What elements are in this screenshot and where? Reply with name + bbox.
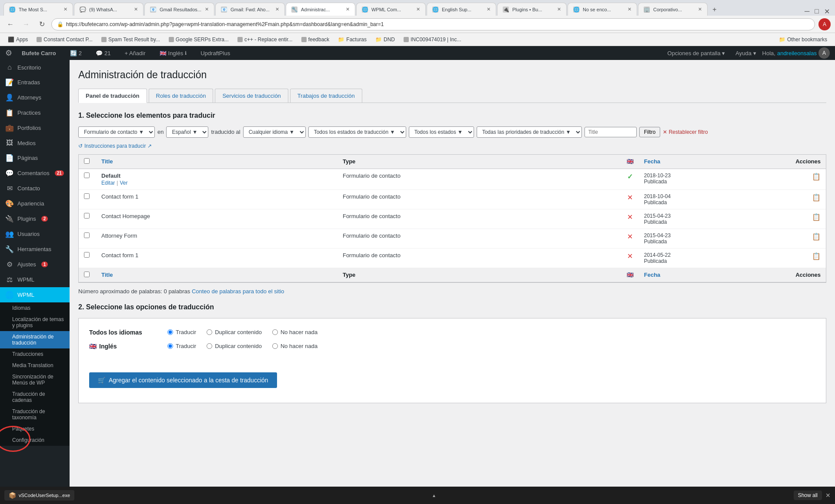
tab-close-icon[interactable]: ✕ — [205, 7, 209, 12]
row-select-checkbox[interactable] — [84, 252, 90, 258]
title-filter-input[interactable] — [584, 127, 637, 137]
footer-select-all-checkbox[interactable] — [84, 272, 90, 277]
duplicate-radio-all[interactable]: Duplicar contenido — [207, 329, 262, 335]
sidebar-item-attorneys[interactable]: 👤 Attorneys — [0, 90, 70, 105]
select-all-checkbox[interactable] — [84, 158, 90, 164]
bookmark-cpp[interactable]: c++ - Replace entir... — [234, 36, 296, 43]
browser-tab[interactable]: 🌐 No se enco... ✕ — [568, 3, 637, 16]
word-count-link[interactable]: Conteo de palabras para todo el sitio — [192, 288, 284, 295]
new-tab-button[interactable]: + — [708, 3, 721, 16]
bookmark-apps[interactable]: ⬛ Apps — [4, 36, 31, 43]
sidebar-item-traduccion-taxonomia[interactable]: Traducción de taxonomía — [0, 406, 70, 423]
browser-tab[interactable]: 🌐 The Most S... ✕ — [3, 3, 73, 16]
browser-tab[interactable]: 🔌 Plugins • Bu... ✕ — [497, 3, 567, 16]
sidebar-item-medios[interactable]: 🖼 Medios — [0, 136, 70, 150]
sidebar-item-portfolios[interactable]: 💼 Portfolios — [0, 120, 70, 136]
sidebar-item-idiomas[interactable]: Idiomas — [0, 302, 70, 314]
reset-filter-button[interactable]: ✕ Restablecer filtro — [663, 129, 708, 135]
sidebar-item-herramientas[interactable]: 🔧 Herramientas — [0, 242, 70, 257]
tab-close-icon[interactable]: ✕ — [134, 7, 138, 12]
tab-servicios-traduccion[interactable]: Servicios de traducción — [215, 89, 288, 103]
sidebar-item-sincronizacion[interactable]: Sincronización de Menús de WP — [0, 371, 70, 388]
col-title-header[interactable]: Title — [96, 155, 337, 169]
translate-radio-input-ingles[interactable] — [167, 343, 173, 349]
browser-tab[interactable]: 💬 (9) WhatsA... ✕ — [74, 3, 144, 16]
sidebar-item-practices[interactable]: 📋 Practices — [0, 105, 70, 120]
sidebar-item-lawyer-base[interactable]: ⚖ WPML — [0, 272, 70, 287]
tab-close-icon[interactable]: ✕ — [63, 7, 67, 12]
help-button[interactable]: Ayuda ▾ — [731, 46, 760, 60]
bookmark-google-serps[interactable]: Google SERPs Extra... — [165, 36, 232, 43]
bookmark-feedback[interactable]: feedback — [298, 36, 333, 43]
all-states-select[interactable]: Todos los estados ▼ — [409, 126, 474, 138]
translate-icon[interactable]: 📋 — [812, 252, 821, 260]
col-date-header[interactable]: Fecha — [639, 155, 790, 169]
browser-tab-active[interactable]: 🔧 Administrac... ✕ — [286, 3, 355, 16]
translation-status-select[interactable]: Todos los estados de traducción ▼ — [308, 126, 406, 138]
adminbar-updraftplus[interactable]: UpdraftPlus — [196, 46, 234, 60]
tab-close-icon[interactable]: ✕ — [487, 7, 491, 12]
adminbar-language[interactable]: 🇬🇧 Inglés ℹ — [155, 46, 191, 60]
footer-title[interactable]: Title — [96, 268, 337, 282]
sidebar-item-traduccion-cadenas[interactable]: Traducción de cadenas — [0, 388, 70, 406]
row-select-checkbox[interactable] — [84, 232, 90, 238]
nothing-radio-all[interactable]: No hacer nada — [272, 329, 317, 335]
footer-date-link[interactable]: Fecha — [644, 272, 661, 278]
filter-button[interactable]: Filtro — [639, 127, 661, 137]
row-select-checkbox[interactable] — [84, 193, 90, 199]
target-language-select[interactable]: Cualquier idioma ▼ — [243, 126, 306, 138]
profile-icon[interactable]: A — [818, 18, 831, 30]
row-select-checkbox[interactable] — [84, 172, 90, 178]
instructions-link[interactable]: ↺ Instrucciones para traducir ↗ — [78, 143, 826, 149]
priorities-select[interactable]: Todas las prioridades de traducción ▼ — [477, 126, 582, 138]
bookmark-other[interactable]: 📁 Other bookmarks — [775, 36, 831, 43]
bookmark-facturas[interactable]: 📁 Facturas — [334, 36, 370, 43]
sidebar-item-apariencia[interactable]: 🎨 Apariencia — [0, 196, 70, 211]
nothing-radio-input-ingles[interactable] — [272, 343, 278, 349]
wp-logo-icon[interactable]: ⚙ — [5, 48, 12, 58]
view-link[interactable]: Ver — [120, 180, 127, 186]
browser-tab[interactable]: 📧 Gmail Resultados... ✕ — [144, 3, 214, 16]
close-btn[interactable]: ✕ — [822, 7, 832, 16]
adminbar-add-new[interactable]: + Añadir — [120, 46, 150, 60]
sidebar-item-traducciones[interactable]: Traducciones — [0, 348, 70, 360]
footer-title-link[interactable]: Title — [101, 272, 113, 278]
address-bar[interactable]: 🔒 https://bufetecarro.com/wp-admin/admin… — [51, 18, 815, 30]
duplicate-radio-input-ingles[interactable] — [207, 343, 212, 349]
edit-link[interactable]: Editar — [101, 180, 115, 186]
browser-tab[interactable]: 🏢 Corporativo... ✕ — [638, 3, 708, 16]
tab-roles-traduccion[interactable]: Roles de traducción — [149, 89, 214, 103]
row-select-checkbox[interactable] — [84, 213, 90, 219]
add-to-basket-button[interactable]: 🛒 Agregar el contenido seleccionado a la… — [89, 372, 277, 388]
tab-close-icon[interactable]: ✕ — [346, 7, 350, 12]
tab-trabajos-traduccion[interactable]: Trabajos de traducción — [290, 89, 362, 103]
content-type-select[interactable]: Formulario de contacto ▼ — [78, 126, 155, 138]
sidebar-item-ajustes[interactable]: ⚙ Ajustes 1 — [0, 257, 70, 272]
title-header-link[interactable]: Title — [101, 158, 113, 165]
bookmark-spam-test[interactable]: Spam Test Result by... — [98, 36, 164, 43]
browser-tab[interactable]: 🌐 WPML Com... ✕ — [356, 3, 426, 16]
tab-panel-traduccion[interactable]: Panel de traducción — [78, 89, 147, 103]
forward-button[interactable]: → — [20, 18, 32, 30]
translate-icon[interactable]: 📋 — [812, 213, 821, 221]
back-button[interactable]: ← — [4, 18, 17, 30]
duplicate-radio-ingles[interactable]: Duplicar contenido — [207, 343, 262, 349]
bookmark-constant-contact[interactable]: Constant Contact P... — [33, 36, 96, 43]
adminbar-updates[interactable]: 🔄 2 — [66, 46, 86, 60]
translate-radio-input[interactable] — [167, 329, 173, 335]
sidebar-item-contacto[interactable]: ✉ Contacto — [0, 181, 70, 196]
reload-button[interactable]: ↻ — [36, 18, 48, 30]
translate-radio-ingles[interactable]: Traducir — [167, 343, 196, 349]
footer-date[interactable]: Fecha — [639, 268, 790, 282]
bookmark-inc[interactable]: INC009474019 | Inc... — [400, 36, 465, 43]
user-avatar[interactable]: A — [818, 47, 830, 59]
maximize-btn[interactable]: □ — [813, 7, 821, 16]
sidebar-item-entradas[interactable]: 📝 Entradas — [0, 75, 70, 90]
sidebar-item-plugins[interactable]: 🔌 Plugins 2 — [0, 211, 70, 226]
sidebar-item-paginas[interactable]: 📄 Páginas — [0, 150, 70, 166]
sidebar-item-localizacion[interactable]: Localización de temas y plugins — [0, 314, 70, 331]
tab-close-icon[interactable]: ✕ — [416, 7, 420, 12]
translate-icon[interactable]: 📋 — [812, 173, 821, 180]
nothing-radio-input[interactable] — [272, 329, 278, 335]
minimize-btn[interactable]: ─ — [803, 7, 811, 16]
